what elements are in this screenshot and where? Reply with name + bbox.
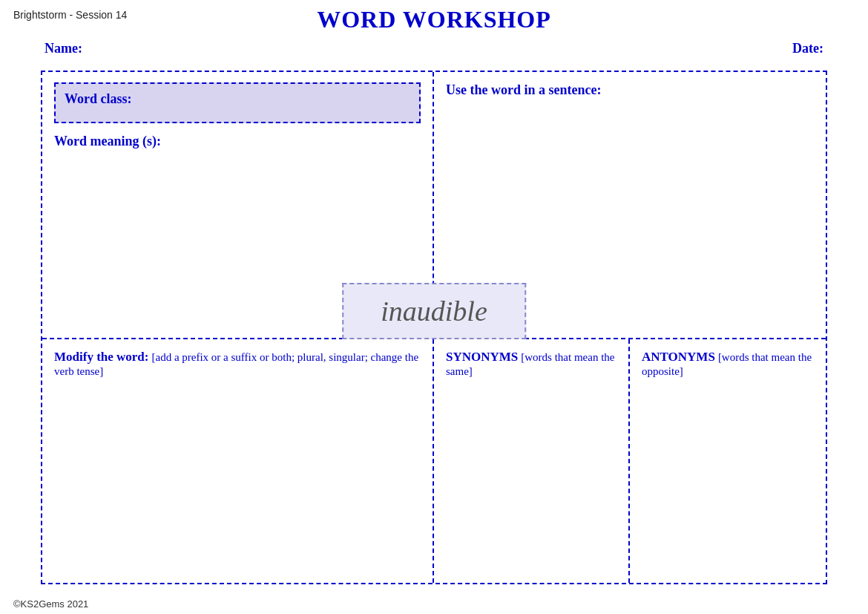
center-word-display: inaudible [342,283,526,339]
synonyms-label: SYNONYMS [446,350,518,364]
modify-word-panel: Modify the word: [add a prefix or a suff… [42,339,434,583]
word-meaning-label: Word meaning (s): [54,134,421,149]
word-class-label: Word class: [65,91,132,106]
word-class-box: Word class: [54,82,421,123]
name-date-row: Name: Date: [45,41,823,56]
name-label: Name: [45,41,82,56]
modify-label: Modify the word: [54,350,148,364]
synonyms-panel: SYNONYMS [words that mean the same] [434,339,630,583]
page-title: WORD WORKSHOP [317,6,551,33]
antonyms-label: ANTONYMS [642,350,715,364]
antonyms-panel: ANTONYMS [words that mean the opposite] [630,339,826,583]
bottom-section: Modify the word: [add a prefix or a suff… [42,339,826,583]
top-section: Word class: Word meaning (s): Use the wo… [42,72,826,339]
session-label: Brightstorm - Session 14 [13,9,127,21]
use-word-label: Use the word in a sentence: [446,82,814,98]
worksheet: Word class: Word meaning (s): Use the wo… [41,71,827,584]
date-label: Date: [792,41,823,56]
center-word-container: inaudible [342,283,526,339]
copyright-label: ©KS2Gems 2021 [13,598,88,610]
